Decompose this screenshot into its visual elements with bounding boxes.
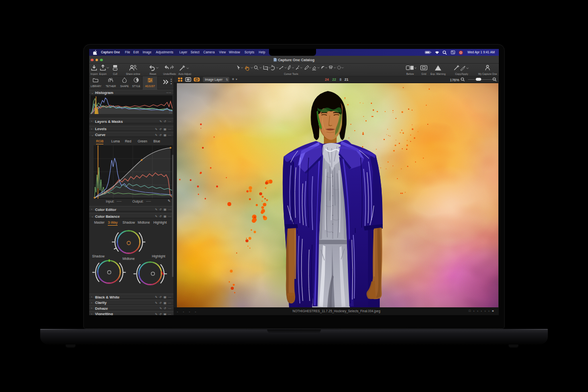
svg-text:255: 255 bbox=[169, 112, 172, 114]
